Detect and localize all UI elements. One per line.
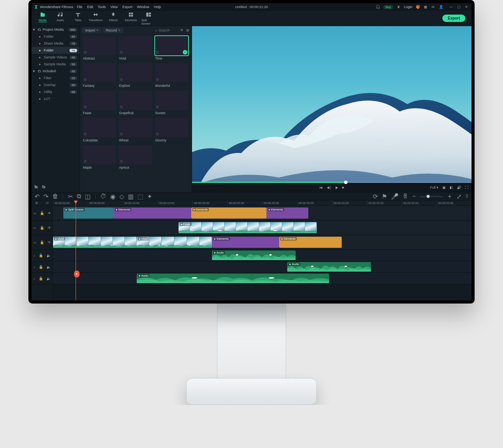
sidebar-item[interactable]: ▸Filter29 xyxy=(31,75,79,81)
favorite-icon[interactable]: ♡ xyxy=(156,78,159,82)
motion-icon[interactable]: ✦ xyxy=(147,193,152,200)
delete-icon[interactable]: 🗑 xyxy=(52,193,58,200)
view-grid-icon[interactable]: ⊞ xyxy=(186,28,189,32)
media-thumb[interactable]: ♡Colorplate xyxy=(83,118,116,142)
timeline-settings-icon[interactable]: ⠿ xyxy=(465,194,468,199)
lock-icon[interactable]: 🔓 xyxy=(39,277,43,280)
clip[interactable]: ▸ Elements xyxy=(191,207,266,219)
media-thumb[interactable]: ♡Explore xyxy=(119,63,152,88)
timeline-track[interactable]: ▸ Audio xyxy=(53,250,472,261)
step-back-icon[interactable]: ◀│ xyxy=(327,186,332,189)
marker-tool-icon[interactable]: ⚑ xyxy=(382,193,387,200)
sidebar-item[interactable]: ▸Sample Videos60 xyxy=(31,54,79,61)
clip[interactable]: ▸ Audio xyxy=(212,251,296,260)
fullscreen-icon[interactable]: ⛶ xyxy=(465,186,468,189)
sidebar-item[interactable]: ▸Sample Media56 xyxy=(31,61,79,68)
lock-icon[interactable]: 🔓 xyxy=(40,241,44,244)
tab-split[interactable]: Split Screen xyxy=(141,11,157,26)
speed-icon[interactable]: ⏱ xyxy=(100,193,106,200)
cut-icon[interactable]: ✂ xyxy=(68,193,73,200)
favorite-icon[interactable]: ♡ xyxy=(120,133,123,136)
window-maximize[interactable]: ▢ xyxy=(456,5,462,9)
preview-canvas[interactable] xyxy=(192,26,472,183)
snapshot-icon[interactable]: ▣ xyxy=(442,186,446,189)
export-button[interactable]: Export xyxy=(442,15,465,22)
media-thumb[interactable]: ♡Abstract xyxy=(83,36,116,60)
visibility-icon[interactable]: 👁 xyxy=(48,226,51,230)
menu-window[interactable]: Window xyxy=(137,5,149,9)
gift-icon[interactable]: 🎁 xyxy=(415,5,420,9)
crop-icon[interactable]: ◫ xyxy=(85,193,91,200)
render-icon[interactable]: ⟳ xyxy=(373,193,378,200)
grid-icon[interactable]: ▦ xyxy=(423,5,428,9)
mute-icon[interactable]: 🔈 xyxy=(46,265,51,269)
timeline-track[interactable]: ▸ Split Screen▸ Elements▸ Elements▸ Elem… xyxy=(53,206,472,221)
lock-icon[interactable]: 🔓 xyxy=(40,226,44,230)
window-close[interactable]: ✕ xyxy=(464,5,469,9)
mute-icon[interactable]: 🔈 xyxy=(46,254,51,257)
zoom-slider[interactable] xyxy=(420,196,443,197)
sidebar-item[interactable]: ▸Utility68 xyxy=(31,88,79,95)
import-dropdown[interactable]: Import xyxy=(82,28,101,33)
tab-elements[interactable]: Elements xyxy=(123,11,139,26)
sidebar-item[interactable]: ▸Folder89 xyxy=(31,33,79,40)
headset-icon[interactable]: 🎧 xyxy=(376,5,380,9)
preview-scrubber[interactable] xyxy=(192,182,472,183)
mail-icon[interactable]: ✉ xyxy=(431,5,435,9)
sidebar-item[interactable]: ▸Folder78 xyxy=(31,47,79,54)
clip[interactable]: ▸ FeastNormal 1.00X ✕ xyxy=(179,222,317,233)
color-icon[interactable]: ◉ xyxy=(110,193,116,200)
clip[interactable]: ▸ Elements xyxy=(279,237,342,248)
favorite-icon[interactable]: ♡ xyxy=(120,105,123,109)
media-search-input[interactable] xyxy=(159,28,176,32)
zoom-in-icon[interactable]: ＋ xyxy=(447,192,453,201)
record-dropdown[interactable]: Record xyxy=(103,28,123,33)
favorite-icon[interactable]: ♡ xyxy=(84,78,87,82)
clip[interactable]: ▸ Elements xyxy=(114,207,191,219)
keyframe-icon[interactable]: ◇ xyxy=(119,193,124,200)
media-thumb[interactable]: ♡Gloomy xyxy=(155,118,188,142)
media-thumb[interactable]: ♡Apricot xyxy=(119,145,152,169)
stop-icon[interactable]: ■ xyxy=(342,186,344,189)
lock-icon[interactable]: 🔓 xyxy=(39,254,43,257)
playhead[interactable] xyxy=(76,201,76,300)
clip[interactable]: ▸ Vivid xyxy=(137,237,212,248)
quality-dropdown[interactable]: Full ▾ xyxy=(430,186,438,189)
sidebar-item[interactable]: ▸LUT xyxy=(31,95,79,102)
timeline-ruler[interactable]: 00:00:00:0000:00:05:0000:00:10:0000:00:1… xyxy=(53,201,472,206)
favorite-icon[interactable]: ♡ xyxy=(120,160,123,164)
menu-edit[interactable]: Edit xyxy=(87,5,93,9)
sidebar-group[interactable]: ▾🗀 Project Media889 xyxy=(31,26,79,33)
sidebar-group[interactable]: ▾🗀 Included49 xyxy=(31,68,79,75)
track-link-icon[interactable]: ☍ xyxy=(46,201,49,205)
timeline-track[interactable]: ▸ Audio xyxy=(53,261,472,273)
clip[interactable]: ▸ Audio xyxy=(137,274,329,283)
tab-audio[interactable]: Audio xyxy=(52,11,68,26)
media-thumb[interactable]: ♡Fantasy xyxy=(83,63,116,88)
timeline-marker[interactable] xyxy=(74,270,79,277)
media-thumb[interactable]: ♡Grapefruit xyxy=(119,91,152,115)
tab-transitions[interactable]: Transitions xyxy=(88,11,104,26)
buy-pill[interactable]: Buy xyxy=(383,5,393,9)
lock-icon[interactable]: 🔓 xyxy=(39,265,43,269)
trim-icon[interactable]: ⧉ xyxy=(77,193,81,200)
clip[interactable]: ▸ Split Screen xyxy=(63,207,114,219)
prev-frame-icon[interactable]: ⏮ xyxy=(319,186,323,189)
favorite-icon[interactable]: ♡ xyxy=(84,133,87,136)
voiceover-icon[interactable]: 🎤 xyxy=(391,193,399,200)
favorite-icon[interactable]: ♡ xyxy=(156,51,159,55)
mute-icon[interactable]: 🔈 xyxy=(46,277,51,280)
mask-icon[interactable]: ⬚ xyxy=(137,193,143,200)
media-thumb[interactable]: ♡Sunset xyxy=(155,91,188,115)
new-folder-plus-icon[interactable] xyxy=(41,184,46,191)
filter-icon[interactable]: ⧩ xyxy=(180,28,183,33)
play-icon[interactable]: ▶ xyxy=(336,186,338,189)
undo-icon[interactable]: ↶ xyxy=(35,193,40,200)
sidebar-item[interactable]: ▸Overlay56 xyxy=(31,81,79,88)
clip[interactable]: ▸ Audio xyxy=(287,262,371,272)
menu-help[interactable]: Help xyxy=(154,5,161,9)
login-link[interactable]: Login xyxy=(404,5,412,9)
clip[interactable]: ▸ Vivid xyxy=(53,237,137,248)
favorite-icon[interactable]: ♡ xyxy=(120,78,123,82)
timeline-track[interactable]: ▸ FeastNormal 1.00X ✕ xyxy=(53,221,472,235)
